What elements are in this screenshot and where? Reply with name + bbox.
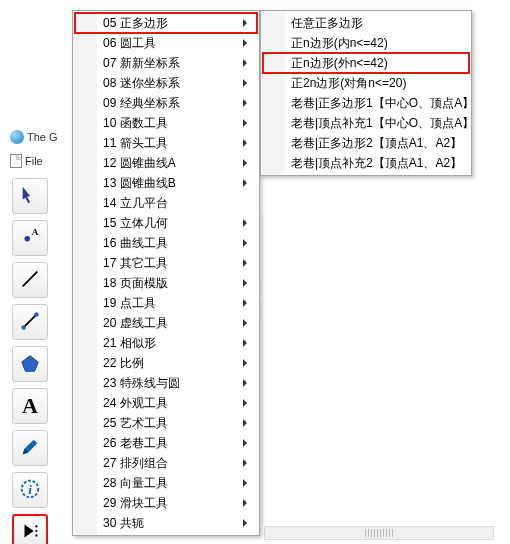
pen-tool[interactable] xyxy=(12,430,48,466)
menu-item-label: 23 特殊线与圆 xyxy=(103,375,180,392)
play-tool[interactable] xyxy=(12,514,48,544)
secondary-menu-item[interactable]: 老巷|顶点补充2【顶点A1、A2】 xyxy=(263,153,469,173)
file-menu-fragment[interactable]: File xyxy=(10,152,43,170)
primary-menu-item[interactable]: 13 圆锥曲线B xyxy=(75,173,257,193)
menu-item-label: 老巷|正多边形2【顶点A1、A2】 xyxy=(291,135,462,152)
svg-point-12 xyxy=(35,534,37,536)
primary-menu-item[interactable]: 18 页面模版 xyxy=(75,273,257,293)
window-title-text: The G xyxy=(27,131,58,143)
menu-item-label: 30 共轭 xyxy=(103,515,144,532)
app-icon xyxy=(10,130,24,144)
menu-item-label: 老巷|顶点补充1【中心O、顶点A】 xyxy=(291,115,474,132)
svg-point-11 xyxy=(35,529,37,531)
menu-item-label: 22 比例 xyxy=(103,355,144,372)
tools-submenu[interactable]: 05 正多边形06 圆工具07 新新坐标系08 迷你坐标系09 经典坐标系10 … xyxy=(72,10,260,536)
menu-item-label: 28 向量工具 xyxy=(103,475,168,492)
window-title-fragment: The G xyxy=(10,128,58,146)
primary-menu-item[interactable]: 29 滑块工具 xyxy=(75,493,257,513)
secondary-menu-item[interactable]: 正2n边形(对角n<=20) xyxy=(263,73,469,93)
segment-tool[interactable] xyxy=(12,304,48,340)
svg-marker-6 xyxy=(22,355,39,371)
segment-icon xyxy=(19,310,41,335)
menu-item-label: 06 圆工具 xyxy=(103,35,156,52)
menu-item-label: 25 艺术工具 xyxy=(103,415,168,432)
secondary-menu-item[interactable]: 正n边形(外n<=42) xyxy=(263,53,469,73)
primary-menu-item[interactable]: 27 排列组合 xyxy=(75,453,257,473)
menu-item-label: 24 外观工具 xyxy=(103,395,168,412)
svg-line-3 xyxy=(24,314,37,327)
primary-menu-item[interactable]: 30 共轭 xyxy=(75,513,257,533)
polygon-tool[interactable] xyxy=(12,346,48,382)
text-tool[interactable]: A xyxy=(12,388,48,424)
polygon-icon xyxy=(19,352,41,377)
menu-item-label: 正2n边形(对角n<=20) xyxy=(291,75,406,92)
primary-menu-item[interactable]: 25 艺术工具 xyxy=(75,413,257,433)
secondary-menu-item[interactable]: 老巷|正多边形2【顶点A1、A2】 xyxy=(263,133,469,153)
left-strip: The G File AAi xyxy=(0,0,60,544)
menu-item-label: 05 正多边形 xyxy=(103,15,168,32)
primary-menu-item[interactable]: 17 其它工具 xyxy=(75,253,257,273)
line-tool[interactable] xyxy=(12,262,48,298)
primary-menu-item[interactable]: 09 经典坐标系 xyxy=(75,93,257,113)
primary-menu-item[interactable]: 21 相似形 xyxy=(75,333,257,353)
primary-menu-item[interactable]: 22 比例 xyxy=(75,353,257,373)
primary-menu-item[interactable]: 07 新新坐标系 xyxy=(75,53,257,73)
menu-item-label: 10 函数工具 xyxy=(103,115,168,132)
primary-menu-item[interactable]: 11 箭头工具 xyxy=(75,133,257,153)
primary-menu-item[interactable]: 12 圆锥曲线A xyxy=(75,153,257,173)
secondary-menu-item[interactable]: 任意正多边形 xyxy=(263,13,469,33)
primary-menu-item[interactable]: 23 特殊线与圆 xyxy=(75,373,257,393)
menu-item-label: 16 曲线工具 xyxy=(103,235,168,252)
menu-item-label: 老巷|顶点补充2【顶点A1、A2】 xyxy=(291,155,462,172)
secondary-menu-item[interactable]: 老巷|顶点补充1【中心O、顶点A】 xyxy=(263,113,469,133)
primary-menu-item[interactable]: 05 正多边形 xyxy=(75,13,257,33)
secondary-menu-item[interactable]: 正n边形(内n<=42) xyxy=(263,33,469,53)
dot-a-icon: A xyxy=(19,226,41,251)
menu-item-label: 15 立体几何 xyxy=(103,215,168,232)
primary-menu-item[interactable]: 26 老巷工具 xyxy=(75,433,257,453)
menu-item-label: 13 圆锥曲线B xyxy=(103,175,176,192)
primary-menu-item[interactable]: 08 迷你坐标系 xyxy=(75,73,257,93)
polygon-submenu[interactable]: 任意正多边形正n边形(内n<=42)正n边形(外n<=42)正2n边形(对角n<… xyxy=(260,10,472,176)
primary-menu-item[interactable]: 28 向量工具 xyxy=(75,473,257,493)
canvas-area[interactable] xyxy=(262,214,502,524)
primary-menu-item[interactable]: 16 曲线工具 xyxy=(75,233,257,253)
menu-item-label: 29 滑块工具 xyxy=(103,495,168,512)
secondary-menu-item[interactable]: 老巷|正多边形1【中心O、顶点A】 xyxy=(263,93,469,113)
line-icon xyxy=(19,268,41,293)
move-tool[interactable] xyxy=(12,178,48,214)
menu-item-label: 正n边形(外n<=42) xyxy=(291,55,388,72)
svg-point-5 xyxy=(34,312,39,317)
point-tool[interactable]: A xyxy=(12,220,48,256)
menu-item-label: 正n边形(内n<=42) xyxy=(291,35,388,52)
pen-icon xyxy=(19,436,41,461)
primary-menu-item[interactable]: 24 外观工具 xyxy=(75,393,257,413)
info-tool[interactable]: i xyxy=(12,472,48,508)
menu-item-label: 老巷|正多边形1【中心O、顶点A】 xyxy=(291,95,474,112)
svg-line-2 xyxy=(23,271,38,286)
play-icon xyxy=(19,520,41,545)
primary-menu-item[interactable]: 10 函数工具 xyxy=(75,113,257,133)
menu-item-label: 21 相似形 xyxy=(103,335,156,352)
menu-item-label: 19 点工具 xyxy=(103,295,156,312)
svg-point-0 xyxy=(25,236,31,242)
menu-item-label: 任意正多边形 xyxy=(291,15,363,32)
primary-menu-item[interactable]: 19 点工具 xyxy=(75,293,257,313)
svg-point-4 xyxy=(21,325,26,330)
menu-item-label: 17 其它工具 xyxy=(103,255,168,272)
primary-menu-item[interactable]: 15 立体几何 xyxy=(75,213,257,233)
svg-point-10 xyxy=(35,525,37,527)
menu-item-label: 07 新新坐标系 xyxy=(103,55,180,72)
primary-menu-item[interactable]: 20 虚线工具 xyxy=(75,313,257,333)
primary-menu-item[interactable]: 06 圆工具 xyxy=(75,33,257,53)
svg-text:i: i xyxy=(28,482,32,496)
svg-text:A: A xyxy=(32,227,39,237)
vertical-toolbar: AAi xyxy=(12,178,52,544)
file-menu-label: File xyxy=(25,155,43,167)
primary-menu-item[interactable]: 14 立几平台 xyxy=(75,193,257,213)
menu-item-label: 08 迷你坐标系 xyxy=(103,75,180,92)
menu-item-label: 14 立几平台 xyxy=(103,195,168,212)
document-icon xyxy=(10,154,22,168)
svg-marker-9 xyxy=(25,524,34,537)
horizontal-scrollbar[interactable] xyxy=(264,526,494,540)
